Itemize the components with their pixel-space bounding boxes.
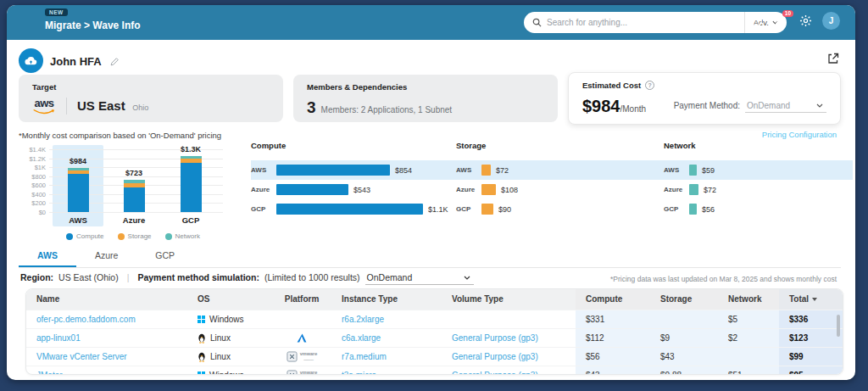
compute-row-aws: AWS$854 — [251, 160, 412, 180]
pricing-footnote: *Pricing data was last updated on Mar 8,… — [610, 275, 837, 283]
pricing-configuration-link[interactable]: Pricing Configuration — [762, 130, 837, 139]
cell-instance-type[interactable]: r6a.2xlarge — [331, 310, 442, 328]
cell-compute: $112 — [576, 328, 650, 347]
instance-type-link[interactable]: c6a.xlarge — [342, 329, 381, 347]
user-avatar[interactable]: J — [822, 12, 840, 30]
stacked-bar-gcp[interactable] — [181, 156, 202, 212]
members-detail: Members: 2 Applications, 1 Subnet — [321, 105, 453, 115]
name-link[interactable]: ofer-pc.demo.faddom.com — [36, 310, 136, 328]
x-axis-label-gcp[interactable]: GCP — [182, 215, 200, 225]
aws-logo: aws — [32, 98, 56, 115]
network-bar-group: NetworkAWS$59Azure$72GCP$56 — [664, 141, 695, 150]
payment-simulation-select[interactable]: OnDemand — [365, 272, 474, 285]
column-header-os[interactable]: OS — [187, 289, 272, 310]
bar-value-label: $108 — [501, 186, 518, 194]
app-window: NEW Migrate > Wave Info Adv. 10 J — [7, 5, 855, 380]
settings-gear-icon[interactable] — [798, 14, 813, 29]
column-header-network[interactable]: Network — [718, 289, 779, 310]
compute-row-gcp: GCP$1.1K — [251, 199, 448, 219]
stacked-bar-azure[interactable] — [124, 180, 145, 212]
compute-segment — [124, 187, 145, 212]
payment-method-label: Payment Method: — [674, 101, 740, 110]
cell-name[interactable]: VMware vCenter Server — [26, 347, 187, 366]
category-breakdown-charts: ComputeAWS$854Azure$543GCP$1.1KStorageAW… — [251, 141, 853, 226]
region-label: Region: — [20, 272, 53, 282]
y-axis-tick: $600 — [31, 182, 46, 189]
cell-name[interactable]: app-linux01 — [26, 328, 187, 347]
chart-gridline — [49, 212, 223, 213]
cell-volume-type[interactable]: General Purpose (gp3) — [442, 366, 576, 375]
cell-instance-type[interactable]: r7a.medium — [331, 347, 442, 366]
compute-bar — [276, 184, 348, 195]
table-scrollbar[interactable] — [837, 315, 840, 337]
cell-instance-type[interactable]: t3a.micro — [331, 366, 442, 375]
cell-os: Windows — [187, 366, 272, 375]
volume-type-link[interactable]: General Purpose (gp3) — [452, 348, 538, 366]
windows-icon — [198, 316, 205, 323]
volume-type-link[interactable]: General Purpose (gp3) — [452, 366, 538, 375]
topology-icon[interactable] — [748, 14, 764, 29]
column-header-compute[interactable]: Compute — [576, 289, 650, 310]
chart-legend: ComputeStorageNetwork — [44, 232, 222, 240]
name-link[interactable]: JMeter — [36, 366, 63, 375]
tab-azure[interactable]: Azure — [76, 245, 136, 267]
bar-total-label: $723 — [125, 169, 142, 177]
instance-type-link[interactable]: r7a.medium — [342, 348, 387, 366]
payment-simulation-label: Payment method simulation: — [137, 272, 259, 282]
legend-dot — [165, 233, 172, 240]
x-axis-label-azure[interactable]: Azure — [123, 215, 145, 225]
name-link[interactable]: app-linux01 — [36, 329, 81, 347]
top-navigation-bar: NEW Migrate > Wave Info Adv. 10 J — [7, 5, 855, 40]
network-row-gcp: GCP$56 — [664, 199, 715, 219]
cell-name[interactable]: JMeter — [26, 366, 187, 375]
search-input[interactable] — [547, 18, 744, 27]
target-card: Target aws US East Ohio — [19, 75, 283, 122]
members-card-title: Members & Dependencies — [307, 82, 544, 92]
y-axis-tick: $1.4K — [29, 146, 46, 154]
column-header-instance-type[interactable]: Instance Type — [331, 289, 442, 310]
vmware-icon: vmware─── — [287, 351, 318, 362]
tab-gcp[interactable]: GCP — [136, 245, 193, 267]
notifications-bell-icon[interactable]: 10 — [773, 14, 788, 29]
column-header-name[interactable]: Name — [26, 289, 187, 310]
divider — [66, 98, 67, 115]
cell-volume-type[interactable] — [442, 310, 576, 328]
payment-method-select[interactable]: OnDemand — [745, 101, 826, 113]
volume-type-link[interactable]: General Purpose (gp3) — [452, 329, 538, 347]
x-axis-label-aws[interactable]: AWS — [69, 215, 87, 225]
bar-value-label: $854 — [395, 166, 412, 175]
chevron-down-icon — [464, 276, 470, 280]
cell-name[interactable]: ofer-pc.demo.faddom.com — [26, 310, 187, 328]
sort-icon — [812, 298, 817, 301]
cell-platform — [272, 328, 331, 347]
provider-label: AWS — [456, 166, 481, 174]
edit-wave-name-icon[interactable] — [109, 55, 120, 70]
cell-volume-type[interactable]: General Purpose (gp3) — [442, 347, 576, 366]
y-axis-tick: $1.2K — [29, 154, 46, 162]
target-card-title: Target — [32, 82, 270, 92]
table-row: ofer-pc.demo.faddom.comWindowsr6a.2xlarg… — [26, 310, 843, 328]
column-header-volume-type[interactable]: Volume Type — [442, 289, 576, 310]
cell-volume-type[interactable]: General Purpose (gp3) — [442, 328, 576, 347]
tab-aws[interactable]: AWS — [19, 245, 76, 267]
column-header-storage[interactable]: Storage — [650, 289, 718, 310]
name-link[interactable]: VMware vCenter Server — [36, 348, 127, 366]
storage-row-aws: AWS$72 — [456, 160, 509, 180]
cell-instance-type[interactable]: c6a.xlarge — [331, 328, 442, 347]
instance-type-link[interactable]: t3a.micro — [342, 366, 376, 375]
help-icon[interactable]: ? — [645, 81, 654, 90]
vmware-icon: vmware─── — [287, 370, 318, 375]
global-search[interactable]: Adv. — [524, 12, 787, 33]
bar-value-label: $543 — [353, 186, 370, 194]
column-header-total[interactable]: Total — [779, 289, 843, 310]
stacked-bar-aws[interactable] — [68, 168, 89, 212]
legend-storage: Storage — [118, 232, 152, 240]
column-header-platform[interactable]: Platform — [272, 289, 331, 310]
network-row-azure: Azure$72 — [664, 180, 716, 199]
instance-type-link[interactable]: r6a.2xlarge — [342, 310, 384, 328]
compute-bar — [276, 204, 423, 215]
cell-os: Linux — [187, 347, 272, 366]
cell-storage — [650, 310, 718, 328]
export-icon[interactable] — [826, 52, 840, 69]
cell-platform: vmware─── — [272, 366, 331, 375]
